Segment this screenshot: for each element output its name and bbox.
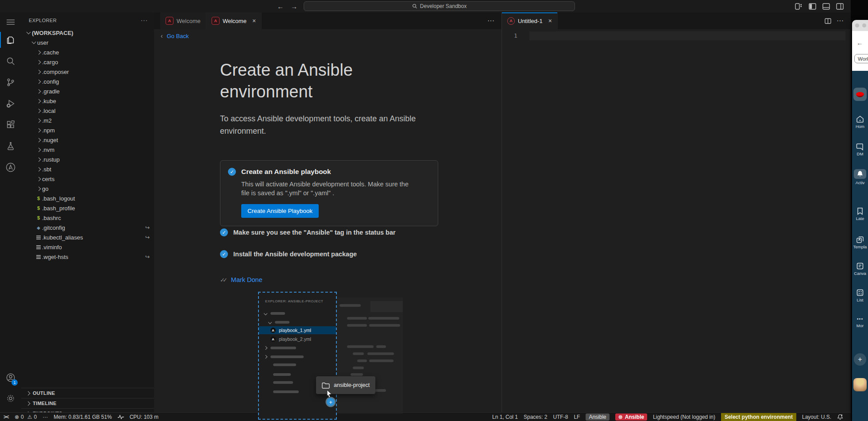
tree-folder[interactable]: .npm (21, 125, 154, 135)
split-editor-icon[interactable] (825, 18, 831, 24)
cpu-indicator[interactable]: CPU: 103 m (130, 414, 158, 420)
editor-actions-more[interactable]: ··· (487, 17, 494, 25)
traffic-light-icon[interactable] (855, 23, 859, 27)
tab-strip: A Untitled-1 × ··· (502, 12, 851, 29)
command-center-search[interactable]: Developer Sandbox (304, 1, 575, 11)
slack-back-button[interactable]: ← (856, 39, 863, 46)
toggle-panel-icon[interactable] (822, 3, 830, 10)
mock-selected-file: A playbook_1.yml (259, 326, 336, 334)
slack-nav-activity[interactable]: Activ (852, 169, 868, 185)
step-ansible-tag[interactable]: ✓ Make sure you see the "Ansible" tag in… (220, 228, 396, 236)
history-back-button[interactable]: ← (277, 3, 284, 10)
section-timeline[interactable]: TIMELINE (21, 398, 154, 408)
editor-actions-more[interactable]: ··· (837, 17, 844, 25)
slack-nav-more[interactable]: ••• Mor (852, 314, 868, 328)
tree-folder[interactable]: .m2 (21, 116, 154, 125)
step-install-package[interactable]: ✓ Install the Ansible development packag… (220, 250, 357, 258)
tree-folder[interactable]: .cache (21, 47, 154, 57)
notifications-bell-icon[interactable] (837, 414, 843, 420)
traffic-light-icon[interactable] (862, 23, 866, 27)
close-tab-icon[interactable]: × (548, 17, 552, 24)
explorer-icon[interactable] (0, 30, 21, 50)
tree-folder[interactable]: .config (21, 77, 154, 86)
step-card-create-playbook[interactable]: ✓ Create an Ansible playbook This will a… (220, 160, 438, 226)
tree-item-workspace[interactable]: (WORKSPACE) (21, 28, 154, 38)
mark-done-row: ✓✓ Mark Done (220, 276, 262, 283)
tab-welcome-2[interactable]: A Welcome × (206, 12, 262, 29)
go-back-link[interactable]: Go Back (167, 33, 189, 39)
vscode-window: ← → Developer Sandbox (0, 0, 868, 421)
slack-nav-templates[interactable]: Templa (852, 236, 868, 249)
redhat-workspace-icon[interactable] (853, 88, 867, 101)
tree-folder[interactable]: .nuget (21, 135, 154, 145)
run-debug-icon[interactable] (0, 94, 21, 113)
customize-layout-icon[interactable] (795, 3, 802, 10)
tree-folder[interactable]: go (21, 184, 154, 193)
search-text: Developer Sandbox (420, 3, 467, 9)
tree-folder[interactable]: .rustup (21, 154, 154, 164)
keyboard-layout[interactable]: Layout: U.S. (802, 414, 831, 420)
slack-nav-later[interactable]: Late (852, 207, 868, 221)
tree-file[interactable]: $ ◆ .bash_profile ↪ (21, 203, 154, 213)
tree-folder[interactable]: .composer (21, 67, 154, 77)
slack-search-pill[interactable]: Work (854, 54, 868, 63)
python-env-selector[interactable]: Select python environment (721, 413, 796, 421)
tree-item-user[interactable]: user (21, 38, 154, 47)
tree-folder[interactable]: certs (21, 174, 154, 184)
eol[interactable]: LF (574, 414, 580, 420)
tree-folder[interactable]: .gradle (21, 86, 154, 96)
mark-done-link[interactable]: Mark Done (231, 276, 262, 283)
remote-indicator[interactable]: >< (4, 414, 8, 420)
warning-icon: ⚠ (27, 414, 32, 420)
menu-icon[interactable] (0, 12, 21, 32)
memory-indicator[interactable]: Mem: 0.83/1.61 GB 51% (54, 414, 112, 420)
editor-canvas[interactable]: 1 (502, 29, 851, 412)
toggle-sidebar-icon[interactable] (809, 3, 816, 10)
slack-nav-home[interactable]: Hom (852, 115, 868, 129)
symlink-arrow-icon: ↪ (145, 254, 150, 260)
history-forward-button[interactable]: → (291, 3, 297, 10)
tree-file[interactable]: $ ◆ .bashrc ↪ (21, 213, 154, 223)
tree-folder[interactable]: .cargo (21, 57, 154, 67)
tree-folder[interactable]: .nvm (21, 145, 154, 154)
drag-chip-ansible-project: ansible-project (316, 376, 375, 394)
tree-file[interactable]: $ ◆ .bash_logout ↪ (21, 193, 154, 203)
slack-nav-canvases[interactable]: Canva (852, 262, 868, 276)
cursor-position[interactable]: Ln 1, Col 1 (492, 414, 518, 420)
problems-indicator[interactable]: ⊗0 ⚠0 (15, 414, 37, 420)
tree-folder[interactable]: .sbt (21, 164, 154, 174)
ansible-tag[interactable]: Ansible (586, 413, 609, 421)
editor-group-untitled: A Untitled-1 × ··· 1 (502, 12, 851, 412)
tab-untitled-1[interactable]: A Untitled-1 × (502, 12, 558, 29)
testing-icon[interactable] (0, 136, 21, 156)
slack-user-avatar[interactable] (853, 378, 867, 391)
tree-folder[interactable]: .local (21, 106, 154, 116)
tree-folder[interactable]: .kube (21, 96, 154, 106)
slack-window[interactable]: ← Work Hom DM Act (852, 20, 868, 421)
tree-file[interactable]: $ ◆ .kubectl_aliases ↪ (21, 232, 154, 242)
toggle-secondary-sidebar-icon[interactable] (836, 3, 844, 10)
tree-file[interactable]: $ ◆ .wget-hsts ↪ (21, 252, 154, 262)
search-view-icon[interactable] (0, 51, 21, 71)
account-icon[interactable]: 1 (0, 368, 21, 387)
slack-nav-lists[interactable]: List (852, 289, 868, 302)
lightspeed-status[interactable]: Lightspeed (Not logged in) (653, 414, 715, 420)
tree-file[interactable]: $ ◆ .viminfo ↪ (21, 242, 154, 252)
slack-nav-dms[interactable]: DM (852, 143, 868, 156)
tab-strip: A Welcome A Welcome × ··· (154, 12, 502, 29)
settings-gear-icon[interactable] (0, 389, 21, 408)
slack-add-button[interactable]: + (854, 353, 866, 366)
tab-welcome-1[interactable]: A Welcome (160, 12, 206, 29)
ansible-view-icon[interactable] (0, 158, 21, 177)
extensions-icon[interactable] (0, 115, 21, 135)
tree-file[interactable]: $ ◆ .gitconfig ↪ (21, 223, 154, 232)
section-outline[interactable]: OUTLINE (21, 388, 154, 398)
create-playbook-button[interactable]: Create Ansible Playbook (241, 204, 319, 218)
explorer-more-actions[interactable]: ··· (141, 17, 148, 23)
ansible-error-badge[interactable]: ⊗Ansible (615, 413, 647, 421)
ansible-file-icon: A (507, 17, 515, 25)
close-tab-icon[interactable]: × (252, 17, 256, 24)
encoding[interactable]: UTF-8 (553, 414, 568, 420)
indentation[interactable]: Spaces: 2 (524, 414, 547, 420)
source-control-icon[interactable] (0, 73, 21, 92)
